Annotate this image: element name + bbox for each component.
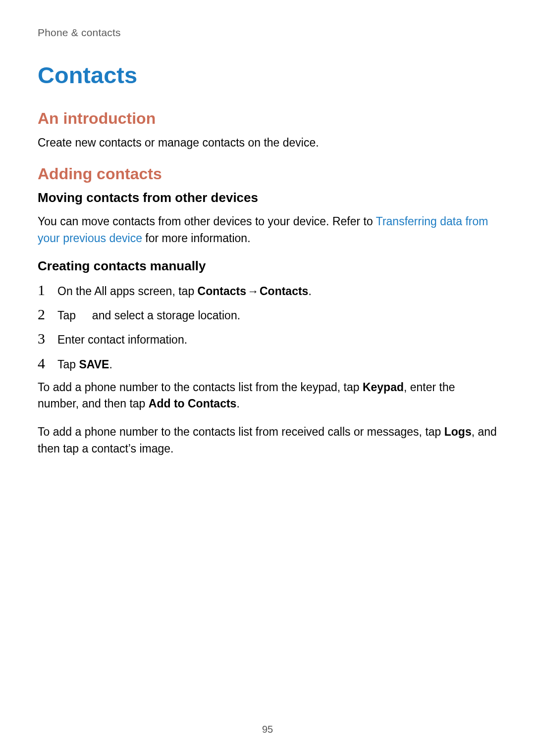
step-2: 2 Tap and select a storage location. (38, 306, 497, 323)
step-number: 4 (38, 355, 49, 372)
para-logs: To add a phone number to the contacts li… (38, 424, 497, 457)
breadcrumb: Phone & contacts (38, 27, 497, 39)
p1-post: . (236, 397, 239, 410)
p2-bold-logs: Logs (444, 425, 472, 438)
step-number: 3 (38, 330, 49, 347)
step-text: Tap and select a storage location. (57, 307, 240, 323)
section-heading-intro: An introduction (38, 109, 497, 128)
p1-pre: To add a phone number to the contacts li… (38, 381, 363, 394)
step-number: 1 (38, 282, 49, 299)
step-3: 3 Enter contact information. (38, 330, 497, 348)
step-4: 4 Tap SAVE. (38, 355, 497, 372)
page-container: Phone & contacts Contacts An introductio… (0, 0, 535, 756)
s1-post: . (308, 285, 311, 298)
s1-bold-contacts-2: Contacts (260, 285, 308, 298)
step-text: Enter contact information. (57, 332, 187, 348)
step-1: 1 On the All apps screen, tap Contacts →… (38, 282, 497, 299)
moving-body-post: for more information. (142, 232, 251, 245)
page-number: 95 (0, 724, 535, 735)
arrow-icon: → (246, 283, 260, 299)
s4-pre: Tap (57, 358, 79, 371)
steps-list: 1 On the All apps screen, tap Contacts →… (38, 282, 497, 372)
s2-post: and select a storage location. (89, 309, 240, 322)
p1-bold-add-to-contacts: Add to Contacts (149, 397, 237, 410)
s4-bold-save: SAVE (79, 358, 109, 371)
step-text: On the All apps screen, tap Contacts → C… (57, 283, 312, 299)
subsection-heading-moving: Moving contacts from other devices (38, 190, 497, 205)
step-text: Tap SAVE. (57, 356, 112, 372)
s4-post: . (109, 358, 112, 371)
page-title: Contacts (38, 61, 497, 89)
moving-body-pre: You can move contacts from other devices… (38, 215, 376, 228)
section-heading-adding: Adding contacts (38, 165, 497, 183)
step-number: 2 (38, 306, 49, 323)
s1-bold-contacts-1: Contacts (198, 285, 246, 298)
p2-pre: To add a phone number to the contacts li… (38, 425, 444, 438)
s1-pre: On the All apps screen, tap (57, 285, 198, 298)
moving-body: You can move contacts from other devices… (38, 213, 497, 247)
s2-pre: Tap (57, 309, 79, 322)
subsection-heading-creating: Creating contacts manually (38, 258, 497, 274)
intro-body: Create new contacts or manage contacts o… (38, 135, 497, 151)
p1-bold-keypad: Keypad (363, 381, 404, 394)
para-keypad: To add a phone number to the contacts li… (38, 379, 497, 412)
